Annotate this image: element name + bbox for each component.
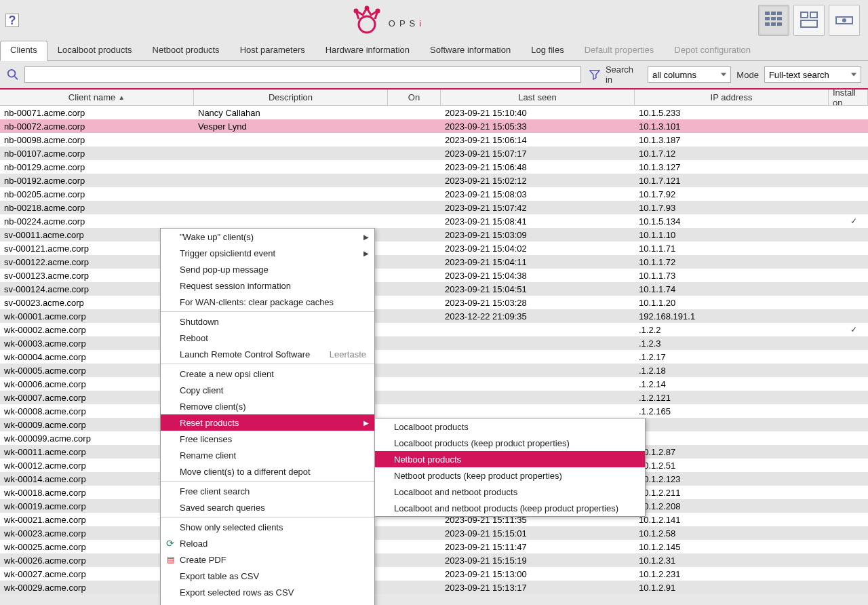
cell-last-seen: 2023-09-21 15:07:17 <box>441 148 635 159</box>
submenu-item-localboot-and-netboot-products-keep-product-properties[interactable]: Localboot and netboot products (keep pro… <box>375 500 645 516</box>
table-row[interactable]: nb-00129.acme.corp2023-09-21 15:06:4810.… <box>0 160 868 174</box>
table-row[interactable]: nb-00107.acme.corp2023-09-21 15:07:1710.… <box>0 147 868 160</box>
table-row[interactable]: nb-00071.acme.corpNancy Callahan2023-09-… <box>0 106 868 119</box>
menu-item-launch-remote-control-software[interactable]: Launch Remote Control SoftwareLeertaste <box>161 346 374 362</box>
table-row[interactable]: wk-00004.acme.corp.1.2.17 <box>0 350 868 364</box>
menu-item-shutdown[interactable]: Shutdown <box>161 313 374 330</box>
menu-item-trigger-opsiclientd-event[interactable]: Trigger opsiclientd event▶ <box>161 245 374 261</box>
menu-item-move-client-s-to-a-different-depot[interactable]: Move client(s) to a different depot <box>161 463 374 480</box>
table-row[interactable]: sv-00023.acme.corp2023-09-21 15:03:2810.… <box>0 296 868 309</box>
menu-item-export-table-as-csv-for-reimport[interactable]: Export table as CSV (for reimport) <box>161 600 374 605</box>
table-row[interactable]: wk-00025.acme.corp2023-09-21 15:11:4710.… <box>0 540 868 553</box>
table-row[interactable]: sv-000124.acme.corp2023-09-21 15:04:5110… <box>0 282 868 296</box>
chevron-right-icon: ▶ <box>363 233 369 241</box>
cell-on <box>388 166 441 168</box>
menu-item-copy-client[interactable]: Copy client <box>161 382 374 398</box>
tab-host-parameters[interactable]: Host parameters <box>230 41 315 60</box>
col-header-install[interactable]: Install on <box>829 90 868 105</box>
table-row[interactable]: wk-00027.acme.corpKate Austen2023-09-21 … <box>0 567 868 581</box>
cell-install <box>829 356 868 357</box>
search-input[interactable] <box>24 66 581 83</box>
view-split-button[interactable] <box>793 5 825 36</box>
menu-item-label: Reboot <box>180 333 208 343</box>
menu-item-show-only-selected-clients[interactable]: Show only selected clients <box>161 519 374 535</box>
submenu-item-localboot-products[interactable]: Localboot products <box>375 418 645 435</box>
table-row[interactable]: nb-00224.acme.corp2023-09-21 15:08:4110.… <box>0 214 868 228</box>
table-row[interactable]: wk-00005.acme.corp.1.2.18 <box>0 364 868 377</box>
search-mode-dropdown[interactable]: Full-text search <box>764 66 861 83</box>
cell-ip: .1.2.121 <box>635 392 829 404</box>
col-header-ip[interactable]: IP address <box>635 90 829 105</box>
tab-localboot-products[interactable]: Localboot products <box>47 41 142 60</box>
table-row[interactable]: nb-00192.acme.corp2023-09-21 15:02:1210.… <box>0 174 868 187</box>
menu-item-rename-client[interactable]: Rename client <box>161 447 374 463</box>
col-header-name[interactable]: Client name▲ <box>0 90 194 105</box>
view-grid-button[interactable] <box>758 5 789 36</box>
submenu-item-netboot-products-keep-product-properties[interactable]: Netboot products (keep product propertie… <box>375 467 645 484</box>
menu-item-wake-up-client-s[interactable]: "Wake up" client(s)▶ <box>161 229 374 245</box>
tab-netboot-products[interactable]: Netboot products <box>142 41 230 60</box>
cell-install <box>829 302 868 303</box>
table-row[interactable]: sv-00011.acme.corp2023-09-21 15:03:0910.… <box>0 228 868 241</box>
search-in-label: Search in <box>606 64 642 85</box>
table-row[interactable]: nb-00098.acme.corp2023-09-21 15:06:1410.… <box>0 133 868 147</box>
tab-log-files[interactable]: Log files <box>521 41 574 60</box>
menu-item-reload[interactable]: ⟳Reload <box>161 535 374 551</box>
chevron-right-icon: ▶ <box>363 250 369 257</box>
col-header-lastseen[interactable]: Last seen <box>441 90 635 105</box>
cell-install <box>829 234 868 235</box>
table-row[interactable]: sv-000121.acme.corp2023-09-21 15:04:0210… <box>0 241 868 255</box>
tab-software-information[interactable]: Software information <box>420 41 521 60</box>
menu-item-for-wan-clients-clear-package-caches[interactable]: For WAN-clients: clear package caches <box>161 294 374 310</box>
table-row[interactable]: wk-00002.acme.corp.1.2.2✓ <box>0 323 868 336</box>
table-row[interactable]: wk-00007.acme.corp.1.2.121 <box>0 391 868 404</box>
menu-item-create-a-new-opsi-client[interactable]: Create a new opsi client <box>161 366 374 382</box>
table-row[interactable]: wk-00006.acme.corp.1.2.14 <box>0 377 868 391</box>
menu-item-reset-products[interactable]: Reset products▶ <box>161 414 374 431</box>
filter-icon[interactable] <box>589 69 600 80</box>
table-row[interactable]: wk-00003.acme.corp.1.2.3 <box>0 336 868 350</box>
table-row[interactable]: wk-00023.acme.corp2023-09-21 15:15:0110.… <box>0 526 868 540</box>
menu-item-free-client-search[interactable]: Free client search <box>161 483 374 499</box>
menu-item-reboot[interactable]: Reboot <box>161 330 374 346</box>
tab-hardware-information[interactable]: Hardware information <box>315 41 420 60</box>
search-columns-dropdown[interactable]: all columns <box>648 66 731 83</box>
view-detail-button[interactable] <box>829 5 860 36</box>
menu-item-saved-search-queries[interactable]: Saved search queries <box>161 499 374 515</box>
context-menu: "Wake up" client(s)▶Trigger opsiclientd … <box>160 228 375 605</box>
table-row[interactable]: wk-00001.acme.corp2023-12-22 21:09:35192… <box>0 309 868 323</box>
tab-clients[interactable]: Clients <box>0 41 47 61</box>
cell-install <box>829 383 868 385</box>
cell-ip: 10.1.2.58 <box>635 528 829 539</box>
cell-ip: 10.1.2.141 <box>635 514 829 526</box>
col-header-description[interactable]: Description <box>194 90 388 105</box>
submenu-item-netboot-products[interactable]: Netboot products <box>375 451 645 467</box>
menu-item-export-table-as-csv[interactable]: Export table as CSV <box>161 568 374 584</box>
svg-point-2 <box>366 7 368 9</box>
table-row[interactable]: wk-00029.acme.corpJessica Rabbit2023-09-… <box>0 581 868 594</box>
cell-last-seen: 2023-09-21 15:05:33 <box>441 121 635 132</box>
help-button[interactable]: ? <box>5 14 19 27</box>
svg-point-0 <box>359 16 375 33</box>
cell-install <box>829 153 868 154</box>
menu-item-label: Move client(s) to a different depot <box>180 467 311 477</box>
menu-item-send-pop-up-message[interactable]: Send pop-up message <box>161 261 374 277</box>
table-row[interactable]: sv-000123.acme.corp2023-09-21 15:04:3810… <box>0 269 868 282</box>
col-header-on[interactable]: On <box>388 90 441 105</box>
search-icon[interactable] <box>7 69 19 81</box>
table-row[interactable]: nb-00072.acme.corpVesper Lynd2023-09-21 … <box>0 119 868 133</box>
table-row[interactable]: sv-000122.acme.corp2023-09-21 15:04:1110… <box>0 255 868 269</box>
table-row[interactable]: wk-00008.acme.corp.1.2.165 <box>0 404 868 418</box>
menu-item-export-selected-rows-as-csv[interactable]: Export selected rows as CSV <box>161 584 374 600</box>
menu-item-free-licenses[interactable]: Free licenses <box>161 431 374 447</box>
menu-item-remove-client-s[interactable]: Remove client(s) <box>161 398 374 414</box>
menu-item-create-pdf[interactable]: ▤Create PDF <box>161 551 374 568</box>
cell-ip: 10.1.1.72 <box>635 256 829 268</box>
cell-last-seen: 2023-09-21 15:08:03 <box>441 189 635 200</box>
submenu-item-localboot-and-netboot-products[interactable]: Localboot and netboot products <box>375 484 645 500</box>
menu-item-request-session-information[interactable]: Request session information <box>161 277 374 294</box>
table-row[interactable]: nb-00218.acme.corp2023-09-21 15:07:4210.… <box>0 201 868 214</box>
table-row[interactable]: nb-00205.acme.corp2023-09-21 15:08:0310.… <box>0 187 868 201</box>
table-row[interactable]: wk-00026.acme.corp2023-09-21 15:15:1910.… <box>0 553 868 567</box>
submenu-item-localboot-products-keep-product-properties[interactable]: Localboot products (keep product propert… <box>375 435 645 451</box>
